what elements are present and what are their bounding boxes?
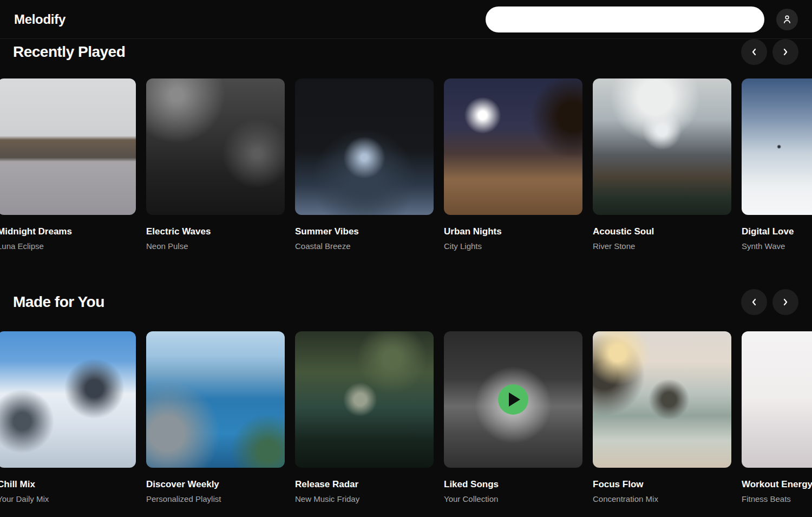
chevron-left-icon [749,297,759,307]
cover-image [444,331,582,468]
carousel-prev-button[interactable] [741,289,767,315]
cover-image [146,78,285,215]
user-icon [782,14,793,25]
playlist-card[interactable]: Workout Energy Fitness Beats [742,331,812,504]
carousel-prev-button[interactable] [741,39,767,65]
top-bar: Melodify [0,0,812,39]
card-title: Midnight Dreams [0,226,136,237]
card-title: Acoustic Soul [593,226,731,237]
section-recently-played: Recently Played Midnight Dreams Luna [0,39,812,251]
playlist-card[interactable]: Midnight Dreams Luna Eclipse [0,78,136,251]
playlist-card[interactable]: Summer Vibes Coastal Breeze [295,78,434,251]
play-button[interactable] [498,384,528,415]
playlist-card-liked-songs[interactable]: Liked Songs Your Collection [444,331,582,504]
playlist-card[interactable]: Acoustic Soul River Stone [593,78,731,251]
card-title: Liked Songs [444,479,582,490]
profile-button[interactable] [776,9,798,30]
section-title: Made for You [13,293,104,311]
cover-image [593,331,731,468]
cover-image [295,331,434,468]
carousel-next-button[interactable] [772,39,798,65]
card-title: Discover Weekly [146,479,285,490]
card-subtitle: Fitness Beats [742,494,812,504]
chevron-right-icon [780,297,791,307]
chevron-right-icon [780,47,791,57]
search-input[interactable] [486,6,764,32]
section-header: Made for You [0,289,812,315]
card-title: Focus Flow [593,479,731,490]
playlist-card[interactable]: Chill Mix Your Daily Mix [0,331,136,504]
cover-image [295,78,434,215]
section-title: Recently Played [13,43,125,61]
playlist-card[interactable]: Urban Nights City Lights [444,78,582,251]
card-subtitle: Your Daily Mix [0,494,136,504]
playlist-card[interactable]: Electric Waves Neon Pulse [146,78,285,251]
card-subtitle: Synth Wave [742,241,812,251]
card-subtitle: Luna Eclipse [0,241,136,251]
recently-played-carousel: Midnight Dreams Luna Eclipse Electric Wa… [0,78,812,251]
carousel-nav [741,289,798,315]
card-subtitle: River Stone [593,241,731,251]
main-content: Recently Played Midnight Dreams Luna [0,39,812,504]
card-title: Digital Love [742,226,812,237]
cover-image [0,78,136,215]
card-subtitle: Personalized Playlist [146,494,285,504]
chevron-left-icon [749,47,759,57]
carousel-next-button[interactable] [772,289,798,315]
card-subtitle: Your Collection [444,494,582,504]
cover-image [444,78,582,215]
cover-image [742,331,812,468]
card-title: Summer Vibes [295,226,434,237]
card-title: Urban Nights [444,226,582,237]
card-title: Electric Waves [146,226,285,237]
section-header: Recently Played [0,39,812,65]
cover-image [0,331,136,468]
cover-image [593,78,731,215]
section-made-for-you: Made for You Chill Mix Your Daily Mix [0,289,812,504]
card-subtitle: New Music Friday [295,494,434,504]
card-subtitle: Concentration Mix [593,494,731,504]
playlist-card[interactable]: Release Radar New Music Friday [295,331,434,504]
cover-image [146,331,285,468]
card-subtitle: City Lights [444,241,582,251]
app-logo: Melodify [14,12,66,27]
playlist-card[interactable]: Discover Weekly Personalized Playlist [146,331,285,504]
made-for-you-carousel: Chill Mix Your Daily Mix Discover Weekly… [0,331,812,504]
cover-image [742,78,812,215]
card-title: Workout Energy [742,479,812,490]
playlist-card[interactable]: Focus Flow Concentration Mix [593,331,731,504]
playlist-card[interactable]: Digital Love Synth Wave [742,78,812,251]
card-title: Chill Mix [0,479,136,490]
carousel-nav [741,39,798,65]
card-subtitle: Neon Pulse [146,241,285,251]
card-title: Release Radar [295,479,434,490]
play-icon [509,392,520,407]
card-subtitle: Coastal Breeze [295,241,434,251]
